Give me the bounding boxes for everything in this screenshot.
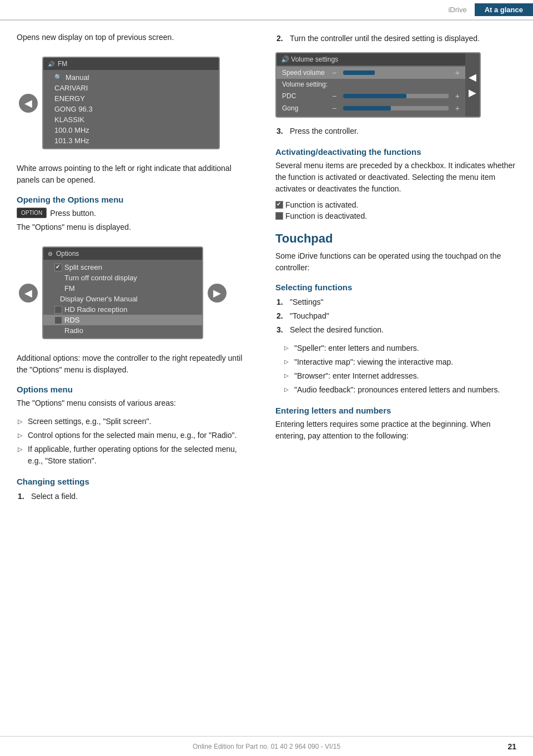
header-nav: iDrive At a glance bbox=[440, 3, 533, 16]
intro-text: Opens new display on top of previous scr… bbox=[17, 32, 253, 43]
options-row-hd: HD Radio reception bbox=[43, 304, 202, 315]
options-hd-label: HD Radio reception bbox=[64, 305, 127, 314]
entering-heading: Entering letters and numbers bbox=[275, 406, 520, 415]
function-activated-row: Function is activated. bbox=[275, 200, 520, 209]
speed-volume-bar bbox=[343, 70, 449, 75]
volume-row-speed: Speed volume − + bbox=[276, 67, 465, 79]
gong-label: Gong bbox=[282, 104, 332, 112]
checkbox-rds-icon bbox=[54, 316, 62, 324]
fm-row-101: 101.3 MHz bbox=[43, 135, 219, 146]
fm-row-100: 100.0 MHz bbox=[43, 125, 219, 135]
options-fm-label: FM bbox=[54, 284, 75, 293]
options-row-rds: RDS bbox=[43, 315, 202, 325]
selecting-sub-bullets: "Speller": enter letters and numbers. "I… bbox=[284, 341, 520, 397]
changing-settings-heading: Changing settings bbox=[17, 477, 253, 486]
sub-bullet-speller: "Speller": enter letters and numbers. bbox=[284, 341, 520, 355]
options-row-radio: Radio bbox=[43, 325, 202, 336]
options-bullet-3: If applicable, further operating options… bbox=[17, 442, 253, 468]
checkbox-hd-icon bbox=[54, 306, 62, 314]
sub-bullet-interactive: "Interactive map": viewing the interacti… bbox=[284, 355, 520, 369]
fm-manual-label: Manual bbox=[66, 73, 89, 82]
speed-volume-fill bbox=[343, 70, 375, 75]
options-turnoff-label: Turn off control display bbox=[54, 274, 137, 282]
speed-minus-icon: − bbox=[332, 68, 336, 77]
fm-row-manual: 🔍 Manual bbox=[43, 72, 219, 83]
controller-arrow-options-right: ▶ bbox=[208, 284, 227, 303]
fm-row-energy: ENERGY bbox=[43, 93, 219, 104]
options-button-icon: OPTION bbox=[17, 208, 47, 218]
entering-text: Entering letters requires some practice … bbox=[275, 419, 520, 442]
fm-row-klassik: KLASSIK bbox=[43, 114, 219, 125]
volume-screen-inner: 🔊 Volume settings Speed volume − + bbox=[276, 53, 465, 117]
sub-bullet-browser: "Browser": enter Internet addresses. bbox=[284, 369, 520, 383]
options-screen: ⚙ Options Split screen Turn off control … bbox=[42, 246, 203, 339]
volume-row-pdc: PDC − + bbox=[276, 90, 465, 102]
main-content: Opens new display on top of previous scr… bbox=[0, 21, 533, 508]
fm-screen-area: ◀ 🔊 FM 🔍 Manual CARIVARI ENERGY GONG 96.… bbox=[17, 50, 253, 156]
fm-100-label: 100.0 MHz bbox=[54, 126, 89, 134]
gong-bar bbox=[343, 106, 449, 110]
pdc-label: PDC bbox=[282, 92, 332, 100]
gong-minus-icon: − bbox=[332, 104, 336, 113]
fm-title: FM bbox=[58, 60, 67, 68]
options-row-fm: FM bbox=[43, 283, 202, 294]
volume-icon: 🔊 bbox=[281, 56, 291, 63]
options-screen-header: ⚙ Options bbox=[43, 248, 202, 260]
select-step-2: 2. "Touchpad" bbox=[275, 309, 520, 323]
header-idrive-label: iDrive bbox=[440, 3, 474, 16]
step3-item: 3. Press the controller. bbox=[275, 124, 520, 138]
activating-text: Several menu items are preceded by a che… bbox=[275, 160, 520, 195]
fm-icon: 🔊 bbox=[48, 61, 54, 67]
pdc-minus-icon: − bbox=[332, 92, 336, 100]
selecting-functions-heading: Selecting functions bbox=[275, 283, 520, 292]
volume-setting-row: Volume setting: bbox=[276, 79, 465, 90]
gong-plus-icon: + bbox=[455, 104, 460, 113]
page-header: iDrive At a glance bbox=[0, 0, 533, 21]
options-bullet-2: Control options for the selected main me… bbox=[17, 429, 253, 442]
select-step-3: 3. Select the desired function. bbox=[275, 323, 520, 337]
fm-energy-label: ENERGY bbox=[54, 94, 85, 103]
options-row-turnoff: Turn off control display bbox=[43, 273, 202, 283]
fm-gong-label: GONG 96.3 bbox=[54, 105, 93, 113]
selecting-steps-list: 1. "Settings" 2. "Touchpad" 3. Select th… bbox=[275, 295, 520, 337]
options-menu-text: The "Options" menu consists of various a… bbox=[17, 397, 253, 409]
fm-row-carivari: CARIVARI bbox=[43, 83, 219, 93]
white-arrows-text: White arrows pointing to the left or rig… bbox=[17, 163, 253, 186]
footer-text: Online Edition for Part no. 01 40 2 964 … bbox=[193, 743, 340, 750]
step2-list: 2. Turn the controller until the desired… bbox=[275, 32, 520, 46]
fm-screen-header: 🔊 FM bbox=[43, 58, 219, 70]
options-menu-bullets: Screen settings, e.g., "Split screen". C… bbox=[17, 415, 253, 468]
checkbox-deactivated-icon bbox=[275, 212, 283, 220]
page-footer: Online Edition for Part no. 01 40 2 964 … bbox=[0, 736, 533, 756]
fm-screen-body: 🔍 Manual CARIVARI ENERGY GONG 96.3 KLASS… bbox=[43, 70, 219, 148]
header-atglance-label: At a glance bbox=[475, 3, 533, 16]
options-manual-label: Display Owner's Manual bbox=[60, 295, 138, 303]
options-icon: ⚙ bbox=[48, 251, 53, 257]
controller-arrow-options-left: ◀ bbox=[19, 284, 38, 303]
volume-setting-label: Volume setting: bbox=[282, 80, 332, 88]
volume-title: Volume settings bbox=[291, 56, 338, 63]
opening-options-heading: Opening the Options menu bbox=[17, 195, 253, 204]
fm-row-gong: GONG 96.3 bbox=[43, 104, 219, 114]
step2-item: 2. Turn the controller until the desired… bbox=[275, 32, 520, 46]
speed-plus-icon: + bbox=[455, 68, 460, 77]
volume-controller-arrows: ◀ ▶ bbox=[465, 53, 480, 117]
sub-bullet-audio: "Audio feedback": pronounces entered let… bbox=[284, 383, 520, 397]
additional-options-text: Additional options: move the controller … bbox=[17, 352, 253, 376]
volume-row-gong: Gong − + bbox=[276, 102, 465, 114]
controller-arrow-left: ◀ bbox=[19, 94, 38, 113]
fm-101-label: 101.3 MHz bbox=[54, 137, 89, 145]
options-row-split: Split screen bbox=[43, 262, 202, 273]
changing-step-1: 1. Select a field. bbox=[17, 490, 253, 503]
volume-screen: 🔊 Volume settings Speed volume − + bbox=[275, 52, 481, 118]
activating-heading: Activating/deactivating the functions bbox=[275, 147, 520, 157]
touchpad-heading: Touchpad bbox=[275, 231, 520, 246]
pdc-bar bbox=[343, 94, 449, 98]
fm-screen: 🔊 FM 🔍 Manual CARIVARI ENERGY GONG 96.3 … bbox=[42, 57, 220, 149]
pdc-plus-icon: + bbox=[455, 92, 460, 100]
press-button-text: Press button. bbox=[50, 209, 96, 218]
options-screen-body: Split screen Turn off control display FM… bbox=[43, 260, 202, 338]
left-column: Opens new display on top of previous scr… bbox=[0, 32, 266, 508]
options-screen-area: ◀ ⚙ Options Split screen Turn off contro… bbox=[17, 240, 253, 346]
function-deactivated-row: Function is deactivated. bbox=[275, 211, 520, 220]
